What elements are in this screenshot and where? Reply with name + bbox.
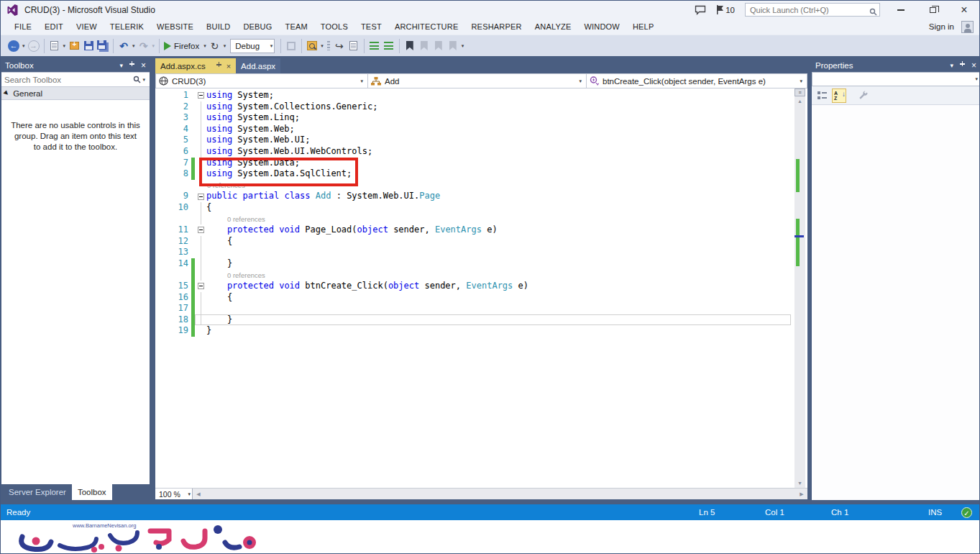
code-text[interactable]: } [206, 258, 793, 270]
code-line[interactable]: 17 [155, 303, 793, 314]
code-line[interactable]: 1using System; [155, 90, 793, 101]
menu-view[interactable]: VIEW [70, 20, 104, 33]
code-text[interactable]: { [206, 236, 793, 248]
save-button[interactable] [81, 37, 96, 55]
toolbox-header[interactable]: Toolbox ▾ × [1, 58, 150, 72]
fold-margin[interactable] [195, 281, 206, 292]
member-dropdown[interactable]: btnCreate_Click(object sender, EventArgs… [587, 73, 807, 88]
notifications-flag[interactable]: 10 [716, 5, 735, 14]
code-line[interactable]: 18 } [155, 314, 793, 326]
code-text[interactable]: using System.Web.UI.WebControls; [206, 146, 793, 158]
comment-button[interactable] [347, 37, 361, 55]
refresh-button[interactable]: ↻ [208, 37, 222, 55]
attach-process-button[interactable] [284, 37, 298, 55]
toolbar-grip[interactable] [327, 41, 330, 50]
code-analysis-ok-icon[interactable]: ✓ [961, 507, 972, 518]
scroll-up-arrow[interactable]: ▲ [797, 96, 802, 106]
code-text[interactable]: using System.Web; [206, 124, 793, 135]
code-line[interactable]: 14 } [155, 258, 793, 270]
feedback-icon[interactable] [695, 5, 706, 15]
code-line[interactable]: 11 protected void Page_Load(object sende… [155, 224, 793, 236]
tab-add.aspx[interactable]: Add.aspx [236, 58, 280, 73]
vertical-scrollbar[interactable]: ≡ ▲ ▼ [794, 88, 805, 488]
code-line[interactable]: 16 { [155, 292, 793, 304]
menu-architecture[interactable]: ARCHITECTURE [388, 20, 465, 33]
code-text[interactable]: protected void btnCreate_Click(object se… [206, 281, 793, 292]
quick-launch-input[interactable] [745, 3, 880, 17]
menu-window[interactable]: WINDOW [577, 20, 626, 33]
navigate-to-button[interactable]: ↪ [332, 37, 347, 55]
close-button[interactable]: × [953, 3, 975, 17]
toolbar-overflow[interactable]: ▾ [460, 43, 466, 49]
previous-bookmark-button[interactable] [417, 37, 431, 55]
navigate-backward-button[interactable]: ← [6, 37, 21, 55]
code-lines[interactable]: 1using System;2using System.Collections.… [155, 90, 793, 337]
horizontal-scrollbar[interactable] [204, 489, 796, 499]
sign-in-link[interactable]: Sign in [929, 22, 954, 31]
user-avatar-icon[interactable] [961, 21, 974, 33]
fold-margin[interactable] [195, 224, 206, 236]
object-selector-combo[interactable]: ▾ [812, 72, 980, 86]
restore-button[interactable] [922, 3, 943, 17]
code-text[interactable]: { [206, 202, 793, 214]
menu-website[interactable]: WEBSITE [150, 20, 200, 33]
close-icon[interactable]: × [971, 60, 976, 71]
code-text[interactable]: protected void Page_Load(object sender, … [206, 224, 793, 236]
fold-collapse-icon[interactable] [198, 283, 204, 289]
menu-resharper[interactable]: RESHARPER [464, 20, 528, 33]
menu-edit[interactable]: EDIT [38, 20, 70, 33]
menu-telerik[interactable]: TELERIK [104, 20, 150, 33]
code-text[interactable] [206, 247, 793, 258]
fold-margin[interactable] [195, 90, 206, 101]
menu-file[interactable]: FILE [8, 20, 38, 33]
code-text[interactable]: public partial class Add : System.Web.UI… [206, 191, 793, 202]
code-line[interactable]: 15 protected void btnCreate_Click(object… [155, 281, 793, 292]
property-pages-button[interactable] [856, 88, 871, 103]
find-dropdown[interactable]: ▾ [319, 43, 325, 49]
close-icon[interactable]: × [226, 62, 231, 71]
toolbox-group-general[interactable]: ▶ General [1, 87, 150, 100]
code-line[interactable]: 9public partial class Add : System.Web.U… [155, 191, 793, 202]
window-position-icon[interactable]: ▾ [950, 62, 953, 69]
fold-collapse-icon[interactable] [198, 227, 204, 233]
code-line[interactable]: 12 { [155, 236, 793, 248]
project-dropdown[interactable]: CRUD(3) ▾ [155, 73, 368, 88]
code-text[interactable]: using System; [206, 90, 793, 101]
references-label[interactable]: 0 references [206, 214, 265, 225]
new-file-button[interactable] [47, 37, 62, 55]
fold-collapse-icon[interactable] [198, 92, 204, 99]
refresh-dropdown[interactable]: ▾ [222, 43, 228, 49]
start-debug-button[interactable]: Firefox [162, 37, 202, 55]
redo-button[interactable]: ↷ [137, 37, 151, 55]
code-line[interactable]: 13 [155, 247, 793, 258]
next-bookmark-button[interactable] [431, 37, 446, 55]
scrollbar-track[interactable] [794, 106, 805, 478]
code-line[interactable]: 4using System.Web; [155, 124, 793, 135]
code-text[interactable]: using System.Collections.Generic; [206, 101, 793, 113]
menu-team[interactable]: TEAM [279, 20, 314, 33]
code-reference-row[interactable]: 0 references [155, 214, 793, 225]
code-line[interactable]: 2using System.Collections.Generic; [155, 101, 793, 113]
code-reference-row[interactable]: 0 references [155, 270, 793, 281]
solution-configurations-combo[interactable]: Debug ▾ [230, 39, 275, 53]
menu-test[interactable]: TEST [354, 20, 388, 33]
code-line[interactable]: 5using System.Web.UI; [155, 135, 793, 146]
fold-margin[interactable] [195, 191, 206, 202]
scroll-right-arrow[interactable]: ▶ [796, 489, 807, 499]
indent-increase-button[interactable] [382, 37, 396, 55]
code-text[interactable]: { [206, 292, 793, 304]
properties-header[interactable]: Properties ▾ × [812, 58, 980, 72]
code-text[interactable] [206, 303, 793, 314]
menu-build[interactable]: BUILD [200, 20, 237, 33]
code-editor[interactable]: 1using System;2using System.Collections.… [155, 88, 807, 488]
redo-dropdown[interactable]: ▾ [151, 43, 157, 49]
indent-decrease-button[interactable] [367, 37, 382, 55]
toolbox-search[interactable]: ▾ [1, 72, 150, 87]
clear-bookmarks-button[interactable] [446, 37, 460, 55]
toolwindow-tab-server-explorer[interactable]: Server Explorer [3, 484, 72, 500]
close-icon[interactable]: × [141, 60, 146, 71]
code-text[interactable]: } [206, 325, 793, 337]
browser-dropdown[interactable]: ▾ [202, 43, 208, 49]
search-icon[interactable] [869, 6, 877, 19]
menu-analyze[interactable]: ANALYZE [528, 20, 578, 33]
